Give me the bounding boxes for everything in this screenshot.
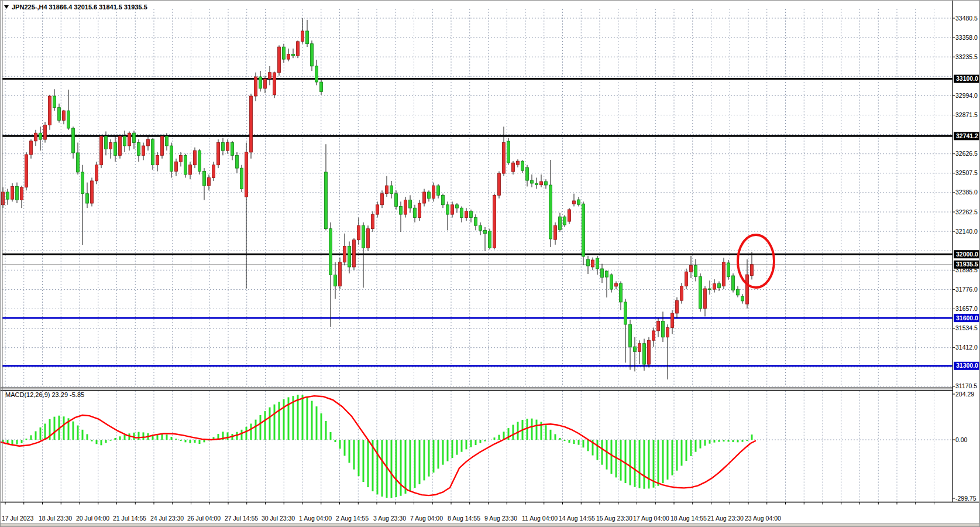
time-tick-label: 3 Aug 23:30 (373, 515, 406, 522)
candle-bearish (741, 296, 744, 301)
candle-bearish (123, 136, 126, 146)
time-tick-label: 14 Aug 14:55 (559, 515, 595, 522)
candle-bearish (16, 186, 19, 200)
price-tick-label: 32994.0 (955, 92, 978, 99)
candle-bearish (152, 139, 154, 165)
candle-bullish (278, 47, 281, 73)
time-tick-label: 18 Jul 23:30 (39, 515, 72, 522)
candle-bearish (170, 146, 173, 172)
candle-bullish (343, 247, 346, 262)
candle-bullish (35, 133, 37, 141)
candle-bullish (592, 260, 594, 267)
candle-bearish (526, 167, 529, 180)
price-badge-label: 33100.0 (956, 75, 978, 82)
candle-bullish (512, 163, 515, 172)
candle-bearish (400, 206, 403, 214)
candle-bearish (507, 141, 510, 163)
symbol-dropdown-icon[interactable] (4, 5, 9, 9)
candle-bullish (100, 136, 103, 165)
macd-tick-label: 204.29 (955, 391, 974, 398)
candle-bullish (704, 289, 707, 309)
candle-bearish (694, 265, 697, 276)
time-tick-label: 20 Jul 04:00 (76, 515, 109, 522)
candle-bearish (582, 204, 585, 256)
candle-bearish (81, 172, 84, 194)
candle-bearish (732, 276, 735, 290)
candle-bullish (372, 214, 374, 229)
trading-chart-window: JPN225-,H4 31866.4 32015.6 31841.5 31935… (0, 0, 980, 527)
candle-bullish (245, 152, 248, 197)
candle-bearish (535, 183, 538, 185)
candle-bearish (437, 186, 440, 195)
candle-bullish (432, 186, 435, 199)
candle-bearish (610, 275, 613, 289)
candle-bullish (503, 143, 506, 174)
price-badge-label: 31600.0 (956, 314, 978, 321)
time-tick-label: 9 Aug 23:30 (484, 515, 517, 522)
candle-bearish (446, 205, 449, 214)
candle-bearish (577, 200, 580, 204)
candle-bullish (142, 146, 145, 155)
candle-bearish (620, 283, 623, 302)
candle-bullish (690, 265, 693, 272)
candle-bearish (334, 275, 337, 286)
candle-bearish (390, 186, 393, 194)
candle-bearish (86, 194, 89, 203)
candle-bearish (643, 344, 646, 364)
candle-bearish (587, 259, 590, 266)
candle-bullish (301, 31, 304, 42)
candle-bearish (545, 182, 548, 185)
candle-bullish (418, 203, 421, 218)
candle-bearish (292, 54, 295, 56)
candle-bullish (648, 340, 651, 364)
chart-canvas[interactable]: 33480.533358.033235.532994.032871.532626… (1, 1, 980, 527)
candle-bullish (156, 155, 159, 165)
candle-bearish (414, 208, 417, 217)
candle-bearish (606, 271, 608, 277)
candle-bullish (404, 200, 407, 215)
candle-bullish (638, 344, 641, 352)
candle-bearish (737, 289, 740, 295)
candle-bearish (67, 111, 70, 128)
candle-bearish (596, 258, 599, 269)
candle-bearish (442, 195, 445, 204)
candle-bullish (63, 111, 66, 120)
candle-bearish (629, 324, 632, 347)
candle-bullish (568, 210, 571, 221)
candle-bullish (250, 96, 253, 152)
candle-bullish (208, 177, 211, 186)
macd-indicator-label: MACD(12,26,9) 23.29 -5.85 (5, 391, 84, 398)
candle-bullish (357, 225, 360, 240)
time-tick-label: 1 Aug 04:00 (299, 515, 332, 522)
candle-bullish (49, 96, 51, 125)
candle-bearish (559, 217, 562, 230)
symbol-ohlc-text: JPN225-,H4 31866.4 32015.6 31841.5 31935… (12, 4, 147, 11)
candle-bearish (479, 225, 482, 230)
price-tick-label: 31534.5 (955, 324, 978, 331)
price-tick-label: 31412.0 (955, 344, 978, 351)
price-tick-label: 31170.5 (955, 382, 977, 389)
candle-bullish (273, 73, 276, 95)
candle-bearish (306, 31, 309, 44)
time-tick-label: 27 Jul 14:55 (225, 515, 258, 522)
candle-bullish (297, 42, 300, 56)
candle-bullish (676, 300, 679, 313)
candle-bearish (428, 192, 431, 199)
candle-bullish (119, 136, 122, 156)
time-tick-label: 26 Jul 04:00 (187, 515, 221, 522)
candle-bearish (240, 168, 243, 189)
candle-bearish (474, 218, 477, 226)
candle-bullish (30, 141, 33, 155)
candle-bullish (723, 262, 725, 286)
time-tick-label: 30 Jul 23:30 (262, 515, 295, 522)
candle-bearish (395, 194, 398, 207)
price-tick-label: 32507.5 (955, 169, 978, 176)
price-badge-label: 32741.2 (956, 132, 978, 139)
candle-bullish (367, 229, 370, 248)
symbol-ohlc-label: JPN225-,H4 31866.4 32015.6 31841.5 31935… (4, 4, 147, 11)
candle-bullish (615, 283, 618, 286)
candle-bearish (362, 225, 365, 248)
candle-bullish (2, 192, 5, 205)
candle-bullish (386, 186, 388, 194)
candle-bullish (465, 211, 468, 218)
